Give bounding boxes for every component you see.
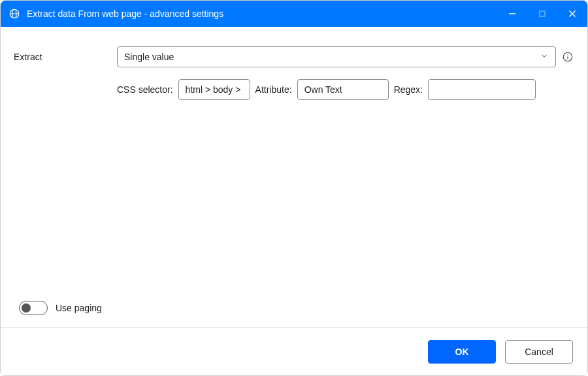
dialog-footer: OK Cancel — [1, 327, 587, 375]
css-selector-value: html > body > — [186, 84, 241, 95]
titlebar: Extract data From web page - advanced se… — [1, 1, 587, 27]
dialog-content: Extract Single value — [1, 27, 587, 327]
css-selector-label: CSS selector: — [117, 84, 173, 95]
extract-select-value: Single value — [124, 52, 174, 62]
info-icon[interactable] — [561, 50, 574, 63]
ok-button-label: OK — [455, 347, 469, 357]
css-selector-input[interactable]: html > body > — [178, 79, 250, 100]
regex-label: Regex: — [394, 84, 423, 95]
close-button[interactable] — [557, 1, 587, 27]
use-paging-label: Use paging — [56, 303, 102, 313]
cancel-button[interactable]: Cancel — [505, 340, 573, 364]
extract-select[interactable]: Single value — [117, 46, 556, 67]
chevron-down-icon — [540, 52, 549, 63]
globe-icon — [7, 7, 22, 21]
minimize-button[interactable] — [497, 1, 527, 27]
use-paging-toggle[interactable] — [19, 301, 48, 315]
dialog-window: Extract data From web page - advanced se… — [0, 0, 588, 376]
regex-input[interactable] — [428, 79, 536, 100]
extract-label: Extract — [14, 52, 117, 62]
svg-point-9 — [567, 54, 568, 55]
maximize-button — [527, 1, 557, 27]
attribute-value: Own Text — [304, 84, 342, 95]
cancel-button-label: Cancel — [525, 347, 553, 357]
window-title: Extract data From web page - advanced se… — [27, 9, 223, 19]
toggle-knob — [22, 303, 31, 313]
attribute-input[interactable]: Own Text — [297, 79, 389, 100]
ok-button[interactable]: OK — [428, 340, 496, 364]
svg-rect-4 — [540, 11, 545, 16]
attribute-label: Attribute: — [255, 84, 292, 95]
